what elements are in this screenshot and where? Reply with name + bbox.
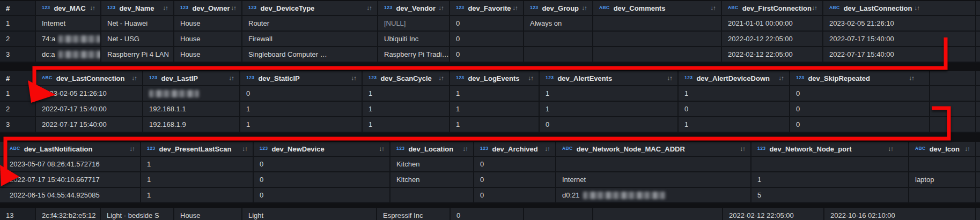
cell-value: House — [180, 19, 201, 27]
column-header-dev_Icon[interactable]: ABCdev_Icon↓↑ — [909, 142, 976, 157]
cell-value: 2023-02-05 21:26:10 — [829, 19, 894, 27]
column-header-dev_LastNotification[interactable]: ABCdev_LastNotification↓↑ — [0, 142, 141, 157]
number-type-icon: 123 — [384, 5, 392, 10]
string-type-icon: ABC — [915, 146, 926, 151]
table-row: 2023-05-07 08:26:41.57271610Kitchen0 — [0, 157, 980, 172]
sort-icon: ↓↑ — [915, 5, 920, 11]
cell-dev_FirstConnection: 2021-01-01 00:00:00 — [722, 16, 823, 32]
column-header-dev_AlertDeviceDown[interactable]: 123dev_AlertDeviceDown↓↑ — [679, 71, 790, 86]
string-type-icon: ABC — [562, 146, 573, 151]
table-row: 12023-02-05 21:26:10011110 — [0, 86, 980, 102]
table-cell: 2022-02-12 22:05:00 — [723, 208, 824, 220]
sort-icon: ↓↑ — [667, 75, 673, 81]
column-label: dev_DeviceType — [260, 4, 314, 12]
number-type-icon: 123 — [396, 146, 404, 151]
column-header-dev_DeviceType[interactable]: 123dev_DeviceType↓↑ — [242, 1, 378, 16]
sort-icon: ↓↑ — [242, 146, 248, 152]
cell-value: 2022-07-17 15:40:00 — [42, 120, 107, 128]
cell-dev_Network_Node_MAC_ADDR: d0:21 — [556, 188, 751, 203]
column-header-dev_Comments[interactable]: ABCdev_Comments↓↑ — [593, 1, 722, 16]
table-row: 32022-07-17 15:40:00192.168.1.9111010 — [0, 117, 980, 133]
cell-#: 3 — [0, 47, 36, 63]
cell-value: 0 — [546, 120, 549, 128]
cell-value: 0 — [684, 105, 688, 113]
table-row: 22022-07-17 15:40:00192.168.1.1111100 — [0, 102, 980, 117]
sort-icon: ↓↑ — [812, 5, 817, 11]
cell-value: 2 — [6, 35, 10, 43]
devices-table-columns-2: #ABCdev_LastConnection↓↑123dev_LastIP↓↑1… — [0, 71, 980, 133]
cell-dev_Icon — [909, 188, 976, 203]
string-type-icon: ABC — [42, 75, 53, 80]
column-header-dev_Archived[interactable]: 123dev_Archived↓↑ — [474, 142, 556, 157]
cell-dev_Location — [390, 188, 474, 203]
cell-dev_Favorite: 0 — [450, 47, 524, 63]
column-header-dev_Group[interactable]: 123dev_Group↓↑ — [524, 1, 593, 16]
edge-sliver — [976, 117, 980, 133]
cell-value: 0 — [456, 211, 460, 219]
cell-value: 0 — [796, 120, 800, 128]
string-type-icon: ABC — [728, 5, 739, 10]
cell-value: 1 — [147, 160, 151, 168]
column-header-dev_Owner[interactable]: 123dev_Owner↓↑ — [174, 1, 242, 16]
table-cell — [930, 117, 976, 133]
cell-dev_Group — [524, 32, 593, 47]
column-label: dev_LastConnection — [844, 4, 912, 12]
column-header-dev_MAC[interactable]: 123dev_MAC↓↑ — [36, 1, 101, 16]
cell-dev_Group — [524, 47, 593, 63]
redacted-text-blur — [58, 35, 100, 43]
table-cell — [930, 102, 976, 117]
column-header-empty — [930, 71, 976, 86]
number-type-icon: 123 — [42, 5, 50, 10]
column-header-dev_LastConnection[interactable]: ABCdev_LastConnection↓↑ — [823, 1, 976, 16]
cell-dev_LastConnection: 2022-07-17 15:40:00 — [823, 32, 976, 47]
column-header-dev_Network_Node_MAC_ADDR[interactable]: ABCdev_Network_Node_MAC_ADDR↓↑ — [556, 142, 751, 157]
sort-icon: ↓↑ — [545, 146, 550, 152]
cell-value: 1 — [456, 105, 460, 113]
edge-sliver — [976, 47, 980, 63]
column-header-dev_ScanCycle[interactable]: 123dev_ScanCycle↓↑ — [363, 71, 450, 86]
column-header-dev_Name[interactable]: 123dev_Name↓↑ — [101, 1, 174, 16]
cell-value: 1 — [6, 19, 10, 27]
cell-dev_DeviceType: Singleboard Computer … — [242, 47, 378, 63]
column-header-dev_Vendor[interactable]: 123dev_Vendor↓↑ — [378, 1, 450, 16]
column-header-dev_Network_Node_port[interactable]: 123dev_Network_Node_port↓↑ — [751, 142, 909, 157]
column-header-#[interactable]: # — [0, 1, 36, 16]
cell-value: 0 — [260, 176, 263, 184]
sort-icon: ↓↑ — [965, 146, 970, 152]
cell-dev_Icon — [909, 157, 976, 172]
cell-dev_Icon: laptop — [909, 172, 976, 188]
column-header-dev_NewDevice[interactable]: 123dev_NewDevice↓↑ — [254, 142, 390, 157]
edge-sliver — [976, 172, 980, 188]
column-header-dev_LastIP[interactable]: 123dev_LastIP↓↑ — [143, 71, 240, 86]
table-cell — [524, 208, 593, 220]
cell-dev_Location: Kitchen — [390, 172, 474, 188]
cell-value: 2022-02-12 22:05:00 — [728, 35, 793, 43]
edge-sliver — [976, 16, 980, 32]
cell-dev_PresentLastScan: 1 — [141, 172, 254, 188]
cell-dev_AlertEvents: 1 — [540, 86, 679, 102]
table-cell: 2022-10-16 02:10:00 — [824, 208, 976, 220]
column-header-dev_StaticIP[interactable]: 123dev_StaticIP↓↑ — [240, 71, 363, 86]
column-header-dev_SkipRepeated[interactable]: 123dev_SkipRepeated↓↑ — [790, 71, 930, 86]
column-header-dev_PresentLastScan[interactable]: 123dev_PresentLastScan↓↑ — [141, 142, 254, 157]
cell-#: 1 — [0, 16, 36, 32]
devices-table-columns-1: #123dev_MAC↓↑123dev_Name↓↑123dev_Owner↓↑… — [0, 1, 980, 63]
cell-dev_LogEvents: 1 — [450, 102, 540, 117]
column-header-dev_LogEvents[interactable]: 123dev_LogEvents↓↑ — [450, 71, 540, 86]
cell-dev_ScanCycle: 1 — [363, 102, 450, 117]
cell-value: Firewall — [248, 35, 272, 43]
number-type-icon: 123 — [107, 5, 115, 10]
column-header-dev_Location[interactable]: 123dev_Location↓↑ — [390, 142, 474, 157]
cell-dev_NewDevice: 0 — [254, 188, 390, 203]
column-header-#[interactable]: # — [0, 71, 36, 86]
column-header-dev_FirstConnection[interactable]: ABCdev_FirstConnection↓↑ — [722, 1, 823, 16]
cell-value: Kitchen — [396, 160, 419, 168]
column-header-dev_AlertEvents[interactable]: 123dev_AlertEvents↓↑ — [540, 71, 679, 86]
number-type-icon: 123 — [246, 75, 254, 80]
column-header-dev_LastConnection[interactable]: ABCdev_LastConnection↓↑ — [36, 71, 143, 86]
cell-dev_Archived: 0 — [474, 188, 556, 203]
sort-icon: ↓↑ — [439, 75, 444, 81]
cell-value: 5 — [757, 191, 761, 199]
cell-value: 1 — [757, 176, 761, 184]
column-header-dev_Favorite[interactable]: 123dev_Favorite↓↑ — [450, 1, 524, 16]
